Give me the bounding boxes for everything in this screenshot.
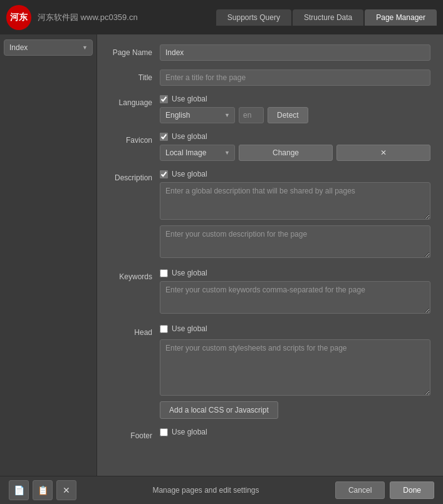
form-row-head: Head Use global Add a local CSS or Javas… <box>110 324 430 419</box>
content-area: Page Name Title Language Use global <box>97 34 443 476</box>
favicon-field: Use global Local Image Change ✕ <box>160 132 430 161</box>
done-button[interactable]: Done <box>390 481 434 499</box>
title-field <box>160 69 430 86</box>
watermark: 河东软件园 www.pc0359.cn <box>38 12 138 23</box>
language-label: Language <box>110 95 160 107</box>
tab-supports-query[interactable]: Supports Query <box>216 9 291 26</box>
sidebar-page-select[interactable]: Index <box>4 39 93 56</box>
head-use-global-label: Use global <box>172 324 207 333</box>
language-detect-button[interactable]: Detect <box>268 107 308 123</box>
delete-page-button[interactable]: ✕ <box>56 480 76 500</box>
head-textarea[interactable] <box>160 339 430 396</box>
favicon-use-global-row: Use global <box>160 132 430 141</box>
duplicate-page-button[interactable]: 📋 <box>33 480 53 500</box>
new-page-icon: 📄 <box>14 485 24 495</box>
favicon-type-select[interactable]: Local Image <box>160 145 235 161</box>
description-use-global-row: Use global <box>160 170 430 178</box>
page-name-input[interactable] <box>160 44 430 61</box>
favicon-clear-button[interactable]: ✕ <box>336 145 430 161</box>
head-use-global-row: Use global <box>160 324 430 333</box>
page-name-field <box>160 44 430 61</box>
language-field: Use global English Detect <box>160 95 430 123</box>
delete-page-icon: ✕ <box>63 485 70 495</box>
keywords-field: Use global <box>160 269 430 316</box>
status-text: Manage pages and edit settings <box>81 486 330 495</box>
form-row-page-name: Page Name <box>110 44 430 61</box>
favicon-label: Favicon <box>110 132 160 145</box>
description-field: Use global <box>160 170 430 260</box>
add-css-button[interactable]: Add a local CSS or Javascript <box>160 401 278 419</box>
form-row-title: Title <box>110 69 430 86</box>
description-global-textarea[interactable] <box>160 182 430 220</box>
bottom-bar: 📄 📋 ✕ Manage pages and edit settings Can… <box>0 476 443 504</box>
form-row-footer: Footer Use global <box>110 428 430 440</box>
page-name-label: Page Name <box>110 44 160 57</box>
favicon-use-global-label: Use global <box>172 132 207 141</box>
footer-field: Use global <box>160 428 430 440</box>
keywords-textarea[interactable] <box>160 281 430 314</box>
keywords-use-global-row: Use global <box>160 269 430 277</box>
title-bar: 河东 河东软件园 www.pc0359.cn Supports Query St… <box>0 0 443 34</box>
footer-label: Footer <box>110 428 160 440</box>
sidebar: Index <box>0 34 97 476</box>
duplicate-page-icon: 📋 <box>38 485 48 495</box>
cancel-button[interactable]: Cancel <box>335 481 385 499</box>
description-label: Description <box>110 170 160 182</box>
favicon-change-button[interactable]: Change <box>239 145 333 161</box>
tab-structure-data[interactable]: Structure Data <box>293 9 363 26</box>
language-select[interactable]: English <box>160 107 235 123</box>
app-logo: 河东 <box>6 5 31 30</box>
main-container: Index Page Name Title Language Use <box>0 34 443 476</box>
footer-use-global-label: Use global <box>172 428 207 436</box>
language-code-input[interactable] <box>239 107 264 123</box>
title-input[interactable] <box>160 69 430 86</box>
title-label: Title <box>110 69 160 82</box>
form-row-description: Description Use global <box>110 170 430 260</box>
tab-page-manager[interactable]: Page Manager <box>365 9 437 26</box>
new-page-button[interactable]: 📄 <box>9 480 29 500</box>
tab-bar: Supports Query Structure Data Page Manag… <box>216 9 437 26</box>
form-row-favicon: Favicon Use global Local Image Change ✕ <box>110 132 430 161</box>
footer-use-global-row: Use global <box>160 428 430 436</box>
footer-use-global-checkbox[interactable] <box>160 428 168 436</box>
head-label: Head <box>110 324 160 337</box>
bottom-icons: 📄 📋 ✕ <box>9 480 76 500</box>
description-use-global-checkbox[interactable] <box>160 170 168 178</box>
sidebar-page-select-wrap: Index <box>4 39 93 56</box>
head-field: Use global Add a local CSS or Javascript <box>160 324 430 419</box>
description-use-global-label: Use global <box>172 170 207 178</box>
head-use-global-checkbox[interactable] <box>160 325 168 333</box>
form-row-language: Language Use global English Detect <box>110 95 430 123</box>
favicon-controls-row: Local Image Change ✕ <box>160 145 430 161</box>
description-custom-textarea[interactable] <box>160 225 430 258</box>
language-use-global-checkbox[interactable] <box>160 95 168 103</box>
keywords-use-global-checkbox[interactable] <box>160 269 168 277</box>
language-use-global-row: Use global <box>160 95 430 103</box>
form-row-keywords: Keywords Use global <box>110 269 430 316</box>
keywords-use-global-label: Use global <box>172 269 207 277</box>
keywords-label: Keywords <box>110 269 160 281</box>
language-controls-row: English Detect <box>160 107 430 123</box>
favicon-use-global-checkbox[interactable] <box>160 133 168 141</box>
language-use-global-label: Use global <box>172 95 207 103</box>
